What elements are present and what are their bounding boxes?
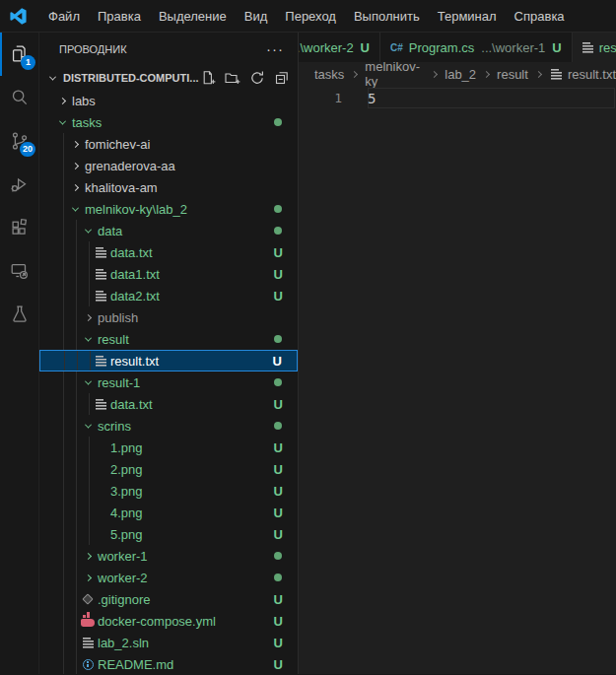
git-modified-dot <box>274 205 282 213</box>
more-actions-icon[interactable]: ··· <box>266 44 284 54</box>
indent-guide <box>64 351 65 371</box>
run-and-debug-activity-button[interactable] <box>0 163 38 206</box>
breadcrumb-result.txt[interactable]: result.txt <box>549 67 616 82</box>
indent-guide <box>89 437 90 458</box>
tree-item-data1.txt[interactable]: data1.txtU <box>39 263 298 285</box>
tree-item-data[interactable]: data <box>39 220 298 241</box>
tree-item-4.png[interactable]: 4.pngU <box>39 502 298 523</box>
indent-guide <box>89 480 90 502</box>
breadcrumb-label: melnikov-ky <box>365 59 424 89</box>
tree-item-labs[interactable]: labs <box>39 90 298 111</box>
tree-item-docker-compose.yml[interactable]: docker-compose.ymlU <box>39 610 298 632</box>
tree-item-5.png[interactable]: 5.pngU <box>39 523 298 545</box>
code-line[interactable]: 1 5 <box>299 88 616 108</box>
breadcrumb-lab_2[interactable]: lab_2 <box>445 67 476 82</box>
breadcrumb-tasks[interactable]: tasks <box>314 67 344 82</box>
menu-item-6[interactable]: Терминал <box>429 0 506 32</box>
tree-item-khalitova-am[interactable]: khalitova-am <box>39 176 298 198</box>
tree-item-fomichev-ai[interactable]: fomichev-ai <box>39 133 298 155</box>
tree-item-worker-1[interactable]: worker-1 <box>39 545 298 567</box>
indent-guide <box>76 371 77 393</box>
chevron-right-icon <box>79 315 97 320</box>
tree-item-worker-2[interactable]: worker-2 <box>39 567 298 588</box>
tab-Program.cs[interactable]: C#Program.cs...\worker-1U <box>380 33 573 62</box>
txt-file-icon <box>79 638 97 648</box>
collapse-all-icon[interactable] <box>274 70 290 86</box>
txt-glyph <box>551 69 562 80</box>
explorer-activity-button[interactable]: 1 <box>0 33 38 76</box>
tree-item-result-1[interactable]: result-1 <box>39 371 298 393</box>
txt-icon <box>582 42 593 53</box>
git-untracked-badge: U <box>274 484 283 499</box>
menu-item-7[interactable]: Справка <box>506 0 574 32</box>
chevron-right-icon <box>66 164 84 169</box>
project-section-header[interactable]: DISTRIBUTED-COMPUTI... <box>39 66 298 90</box>
tree-item-data.txt[interactable]: data.txtU <box>39 241 298 263</box>
tree-item-3.png[interactable]: 3.pngU <box>39 480 298 502</box>
git-untracked-badge: U <box>274 245 283 260</box>
tab-Program.cs[interactable]: Program.cs...\worker-2U <box>299 33 380 62</box>
tree-item-README.md[interactable]: README.mdU <box>39 653 298 674</box>
source-control-activity-button[interactable]: 20 <box>0 119 38 163</box>
tree-item-melnikov-ky-lab_2[interactable]: melnikov-ky\lab_2 <box>39 198 298 220</box>
tree-item-lab_2.sln[interactable]: lab_2.slnU <box>39 632 298 653</box>
menu-item-0[interactable]: Файл <box>39 0 89 32</box>
tree-item-2.png[interactable]: 2.pngU <box>39 458 298 480</box>
menu-item-4[interactable]: Переход <box>276 0 345 32</box>
indent-guide <box>89 285 90 306</box>
indent-guide <box>63 567 64 588</box>
new-folder-icon[interactable] <box>225 70 240 86</box>
code-editor[interactable]: 1 5 <box>299 86 616 674</box>
tree-item-scrins[interactable]: scrins <box>39 415 298 437</box>
indent-guide <box>63 133 64 155</box>
remote-explorer-activity-button[interactable] <box>0 249 38 293</box>
csharp-icon: C# <box>390 42 403 53</box>
git-modified-dot <box>274 422 282 430</box>
docker-file-icon <box>79 615 97 627</box>
indent-guide <box>89 502 90 523</box>
indent-guide <box>76 480 77 502</box>
info-file-icon <box>79 659 97 670</box>
git-untracked-badge: U <box>273 354 282 369</box>
tree-item-1.png[interactable]: 1.pngU <box>39 437 298 458</box>
testing-flask-icon <box>9 304 31 325</box>
txt-glyph <box>96 399 106 410</box>
txt-glyph <box>96 247 106 258</box>
git-untracked-badge: U <box>274 289 283 304</box>
txt-glyph <box>96 269 106 280</box>
git-modified-dot <box>274 335 282 343</box>
git-modified-dot <box>274 574 282 581</box>
extensions-activity-button[interactable] <box>0 206 38 249</box>
menu-item-2[interactable]: Выделение <box>150 0 236 32</box>
new-file-icon[interactable] <box>200 70 216 86</box>
indent-guide <box>63 241 64 263</box>
breadcrumb-label: result.txt <box>568 67 616 82</box>
tree-item-tasks[interactable]: tasks <box>39 111 298 133</box>
git-modified-dot <box>274 227 282 235</box>
tree-item-publish[interactable]: publish <box>39 306 298 328</box>
tree-item-grenaderova-aa[interactable]: grenaderova-aa <box>39 155 298 176</box>
tree-item-result.txt[interactable]: result.txtU <box>39 350 298 371</box>
tab-description: ...\worker-2 <box>299 40 354 55</box>
breadcrumb-melnikov-ky[interactable]: melnikov-ky <box>365 59 424 89</box>
tree-item-.gitignore[interactable]: .gitignoreU <box>39 588 298 610</box>
menu-item-1[interactable]: Правка <box>89 0 150 32</box>
menu-item-5[interactable]: Выполнить <box>345 0 429 32</box>
menu-item-3[interactable]: Вид <box>236 0 277 32</box>
tree-item-result[interactable]: result <box>39 328 298 350</box>
tree-item-label: 4.png <box>109 506 274 520</box>
chevron-down-icon <box>79 229 97 234</box>
refresh-icon[interactable] <box>249 70 265 86</box>
search-activity-button[interactable] <box>0 76 38 119</box>
tree-item-data2.txt[interactable]: data2.txtU <box>39 285 298 306</box>
tab-result.txt[interactable]: result.txt <box>573 33 616 62</box>
tree-item-label: result-1 <box>97 375 274 390</box>
indent-guide <box>76 567 77 588</box>
tree-item-data.txt[interactable]: data.txtU <box>39 393 298 415</box>
testing-activity-button[interactable] <box>0 293 38 336</box>
remote-explorer-icon <box>9 260 31 282</box>
breadcrumb-result[interactable]: result <box>497 67 528 82</box>
chevron-right-icon <box>535 70 542 77</box>
chevron-down-icon <box>43 76 61 81</box>
tab-dirty-badge: U <box>552 40 561 55</box>
